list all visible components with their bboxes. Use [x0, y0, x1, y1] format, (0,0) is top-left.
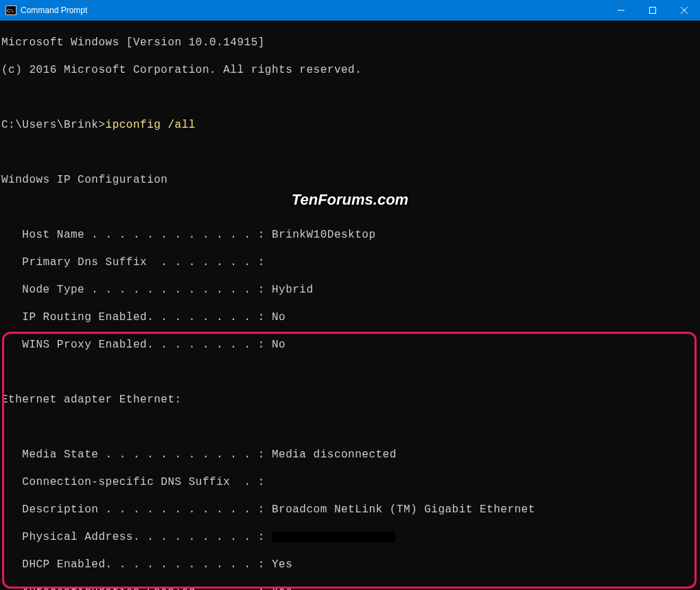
- autoconf-row: Autoconfiguration Enabled . . . . : Yes: [1, 585, 699, 590]
- primary-dns-row: Primary Dns Suffix . . . . . . . :: [1, 256, 699, 269]
- command-prompt-window: C:\. Command Prompt Microsoft Windows [V…: [0, 0, 700, 590]
- minimize-button[interactable]: [605, 0, 637, 21]
- host-name-row: Host Name . . . . . . . . . . . . : Brin…: [1, 228, 699, 242]
- prompt-line: C:\Users\Brink>ipconfig /all: [1, 118, 699, 132]
- svg-rect-1: [650, 8, 656, 14]
- close-button[interactable]: [668, 0, 700, 21]
- wins-proxy-row: WINS Proxy Enabled. . . . . . . . : No: [1, 338, 699, 352]
- media-state-row: Media State . . . . . . . . . . . : Medi…: [1, 448, 699, 462]
- title-bar[interactable]: C:\. Command Prompt: [0, 0, 700, 21]
- window-controls: [605, 0, 700, 21]
- ip-routing-row: IP Routing Enabled. . . . . . . . : No: [1, 310, 699, 324]
- node-type-row: Node Type . . . . . . . . . . . . : Hybr…: [1, 283, 699, 297]
- command-text: ipconfig /all: [106, 119, 196, 131]
- title-bar-left: C:\. Command Prompt: [0, 5, 87, 15]
- maximize-button[interactable]: [637, 0, 668, 21]
- copyright-line: (c) 2016 Microsoft Corporation. All righ…: [1, 63, 699, 77]
- conn-dns-row: Connection-specific DNS Suffix . :: [1, 475, 699, 489]
- redacted-mac: [272, 532, 395, 543]
- terminal-output[interactable]: Microsoft Windows [Version 10.0.14915] (…: [0, 21, 700, 590]
- ethernet-adapter-header: Ethernet adapter Ethernet:: [1, 393, 699, 407]
- prompt-prefix: C:\Users\Brink>: [1, 119, 106, 131]
- physical-address-row: Physical Address. . . . . . . . . :: [1, 530, 699, 544]
- version-line: Microsoft Windows [Version 10.0.14915]: [1, 36, 699, 49]
- dhcp-enabled-row: DHCP Enabled. . . . . . . . . . . : Yes: [1, 558, 699, 571]
- window-title: Command Prompt: [21, 5, 87, 15]
- cmd-icon: C:\.: [5, 5, 16, 15]
- description-row: Description . . . . . . . . . . . : Broa…: [1, 503, 699, 517]
- ip-config-header: Windows IP Configuration: [1, 173, 699, 187]
- watermark-text: TenForums.com: [292, 191, 408, 209]
